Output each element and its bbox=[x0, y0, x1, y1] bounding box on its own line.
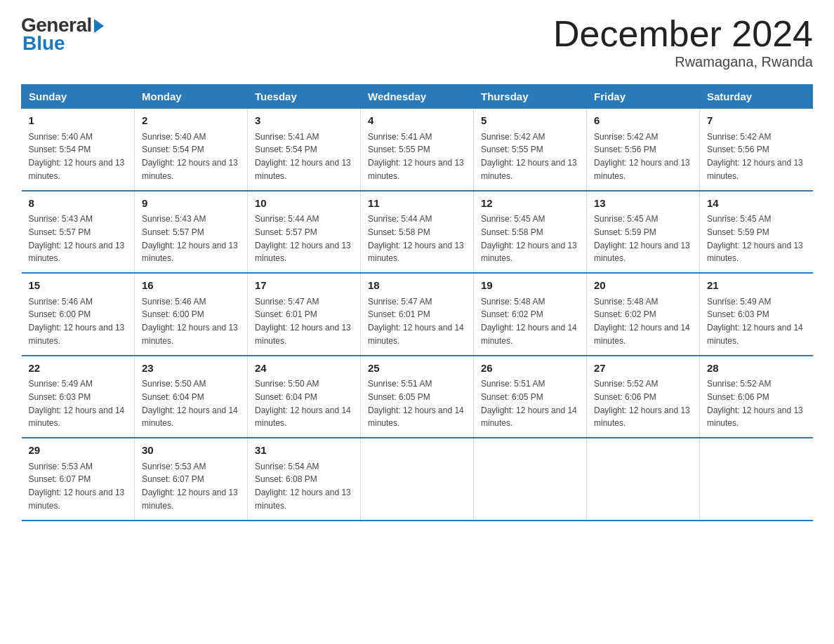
day-number: 8 bbox=[29, 196, 128, 212]
day-number: 6 bbox=[594, 113, 692, 129]
table-row: 12Sunrise: 5:45 AMSunset: 5:58 PMDayligh… bbox=[474, 191, 587, 274]
table-row: 23Sunrise: 5:50 AMSunset: 6:04 PMDayligh… bbox=[135, 356, 248, 438]
table-row: 4Sunrise: 5:41 AMSunset: 5:55 PMDaylight… bbox=[361, 109, 474, 191]
table-row: 16Sunrise: 5:46 AMSunset: 6:00 PMDayligh… bbox=[135, 273, 248, 356]
day-number: 16 bbox=[142, 278, 240, 294]
table-row: 30Sunrise: 5:53 AMSunset: 6:07 PMDayligh… bbox=[135, 438, 248, 521]
table-row: 29Sunrise: 5:53 AMSunset: 6:07 PMDayligh… bbox=[22, 438, 135, 521]
day-info: Sunrise: 5:45 AMSunset: 5:59 PMDaylight:… bbox=[707, 214, 803, 263]
day-info: Sunrise: 5:44 AMSunset: 5:58 PMDaylight:… bbox=[368, 214, 464, 263]
col-sunday: Sunday bbox=[22, 85, 135, 109]
page-header: General Blue December 2024 Rwamagana, Rw… bbox=[21, 14, 813, 70]
col-saturday: Saturday bbox=[700, 85, 813, 109]
day-number: 5 bbox=[481, 113, 579, 129]
day-info: Sunrise: 5:54 AMSunset: 6:08 PMDaylight:… bbox=[255, 462, 351, 511]
day-info: Sunrise: 5:40 AMSunset: 5:54 PMDaylight:… bbox=[142, 132, 238, 181]
table-row: 15Sunrise: 5:46 AMSunset: 6:00 PMDayligh… bbox=[22, 273, 135, 356]
day-number: 27 bbox=[594, 361, 692, 377]
day-info: Sunrise: 5:51 AMSunset: 6:05 PMDaylight:… bbox=[368, 379, 464, 428]
table-row: 1Sunrise: 5:40 AMSunset: 5:54 PMDaylight… bbox=[22, 109, 135, 191]
month-title: December 2024 bbox=[553, 14, 813, 54]
table-row bbox=[474, 438, 587, 521]
col-monday: Monday bbox=[135, 85, 248, 109]
day-number: 28 bbox=[707, 361, 806, 377]
day-number: 25 bbox=[368, 361, 466, 377]
col-wednesday: Wednesday bbox=[361, 85, 474, 109]
table-row bbox=[361, 438, 474, 521]
table-row: 21Sunrise: 5:49 AMSunset: 6:03 PMDayligh… bbox=[700, 273, 813, 356]
table-row: 14Sunrise: 5:45 AMSunset: 5:59 PMDayligh… bbox=[700, 191, 813, 274]
day-number: 11 bbox=[368, 196, 466, 212]
table-row: 20Sunrise: 5:48 AMSunset: 6:02 PMDayligh… bbox=[587, 273, 700, 356]
table-row: 13Sunrise: 5:45 AMSunset: 5:59 PMDayligh… bbox=[587, 191, 700, 274]
table-row: 19Sunrise: 5:48 AMSunset: 6:02 PMDayligh… bbox=[474, 273, 587, 356]
day-number: 22 bbox=[29, 361, 128, 377]
day-number: 2 bbox=[142, 113, 240, 129]
day-number: 3 bbox=[255, 113, 353, 129]
day-number: 9 bbox=[142, 196, 240, 212]
day-number: 31 bbox=[255, 443, 353, 459]
table-row bbox=[700, 438, 813, 521]
table-row: 28Sunrise: 5:52 AMSunset: 6:06 PMDayligh… bbox=[700, 356, 813, 438]
day-number: 4 bbox=[368, 113, 466, 129]
day-number: 12 bbox=[481, 196, 579, 212]
col-friday: Friday bbox=[587, 85, 700, 109]
day-info: Sunrise: 5:47 AMSunset: 6:01 PMDaylight:… bbox=[368, 297, 464, 346]
table-row: 8Sunrise: 5:43 AMSunset: 5:57 PMDaylight… bbox=[22, 191, 135, 274]
day-info: Sunrise: 5:45 AMSunset: 5:59 PMDaylight:… bbox=[594, 214, 690, 263]
table-row: 24Sunrise: 5:50 AMSunset: 6:04 PMDayligh… bbox=[248, 356, 361, 438]
table-row: 10Sunrise: 5:44 AMSunset: 5:57 PMDayligh… bbox=[248, 191, 361, 274]
table-row: 5Sunrise: 5:42 AMSunset: 5:55 PMDaylight… bbox=[474, 109, 587, 191]
day-number: 23 bbox=[142, 361, 240, 377]
day-info: Sunrise: 5:41 AMSunset: 5:54 PMDaylight:… bbox=[255, 132, 351, 181]
day-number: 17 bbox=[255, 278, 353, 294]
day-info: Sunrise: 5:52 AMSunset: 6:06 PMDaylight:… bbox=[594, 379, 690, 428]
day-info: Sunrise: 5:47 AMSunset: 6:01 PMDaylight:… bbox=[255, 297, 351, 346]
calendar-week-row: 8Sunrise: 5:43 AMSunset: 5:57 PMDaylight… bbox=[22, 191, 813, 274]
day-info: Sunrise: 5:53 AMSunset: 6:07 PMDaylight:… bbox=[29, 462, 125, 511]
day-number: 10 bbox=[255, 196, 353, 212]
day-info: Sunrise: 5:46 AMSunset: 6:00 PMDaylight:… bbox=[142, 297, 238, 346]
table-row: 17Sunrise: 5:47 AMSunset: 6:01 PMDayligh… bbox=[248, 273, 361, 356]
day-info: Sunrise: 5:42 AMSunset: 5:56 PMDaylight:… bbox=[707, 132, 803, 181]
location-subtitle: Rwamagana, Rwanda bbox=[553, 54, 813, 70]
logo: General Blue bbox=[21, 14, 104, 55]
day-info: Sunrise: 5:40 AMSunset: 5:54 PMDaylight:… bbox=[29, 132, 125, 181]
day-number: 29 bbox=[29, 443, 128, 459]
day-info: Sunrise: 5:45 AMSunset: 5:58 PMDaylight:… bbox=[481, 214, 577, 263]
day-info: Sunrise: 5:51 AMSunset: 6:05 PMDaylight:… bbox=[481, 379, 577, 428]
table-row: 18Sunrise: 5:47 AMSunset: 6:01 PMDayligh… bbox=[361, 273, 474, 356]
day-number: 20 bbox=[594, 278, 692, 294]
table-row: 22Sunrise: 5:49 AMSunset: 6:03 PMDayligh… bbox=[22, 356, 135, 438]
logo-blue-text: Blue bbox=[22, 32, 65, 55]
table-row: 7Sunrise: 5:42 AMSunset: 5:56 PMDaylight… bbox=[700, 109, 813, 191]
table-row: 31Sunrise: 5:54 AMSunset: 6:08 PMDayligh… bbox=[248, 438, 361, 521]
day-info: Sunrise: 5:50 AMSunset: 6:04 PMDaylight:… bbox=[255, 379, 351, 428]
day-info: Sunrise: 5:48 AMSunset: 6:02 PMDaylight:… bbox=[594, 297, 690, 346]
day-info: Sunrise: 5:43 AMSunset: 5:57 PMDaylight:… bbox=[142, 214, 238, 263]
calendar-week-row: 22Sunrise: 5:49 AMSunset: 6:03 PMDayligh… bbox=[22, 356, 813, 438]
calendar-week-row: 1Sunrise: 5:40 AMSunset: 5:54 PMDaylight… bbox=[22, 109, 813, 191]
day-info: Sunrise: 5:50 AMSunset: 6:04 PMDaylight:… bbox=[142, 379, 238, 428]
day-number: 13 bbox=[594, 196, 692, 212]
logo-arrow-icon bbox=[94, 19, 104, 33]
day-info: Sunrise: 5:49 AMSunset: 6:03 PMDaylight:… bbox=[29, 379, 125, 428]
day-info: Sunrise: 5:46 AMSunset: 6:00 PMDaylight:… bbox=[29, 297, 125, 346]
title-block: December 2024 Rwamagana, Rwanda bbox=[553, 14, 813, 70]
day-number: 1 bbox=[29, 113, 128, 129]
day-info: Sunrise: 5:41 AMSunset: 5:55 PMDaylight:… bbox=[368, 132, 464, 181]
day-info: Sunrise: 5:53 AMSunset: 6:07 PMDaylight:… bbox=[142, 462, 238, 511]
table-row bbox=[587, 438, 700, 521]
day-info: Sunrise: 5:48 AMSunset: 6:02 PMDaylight:… bbox=[481, 297, 577, 346]
calendar-week-row: 15Sunrise: 5:46 AMSunset: 6:00 PMDayligh… bbox=[22, 273, 813, 356]
table-row: 9Sunrise: 5:43 AMSunset: 5:57 PMDaylight… bbox=[135, 191, 248, 274]
day-number: 19 bbox=[481, 278, 579, 294]
table-row: 2Sunrise: 5:40 AMSunset: 5:54 PMDaylight… bbox=[135, 109, 248, 191]
day-info: Sunrise: 5:42 AMSunset: 5:56 PMDaylight:… bbox=[594, 132, 690, 181]
table-row: 3Sunrise: 5:41 AMSunset: 5:54 PMDaylight… bbox=[248, 109, 361, 191]
table-row: 26Sunrise: 5:51 AMSunset: 6:05 PMDayligh… bbox=[474, 356, 587, 438]
day-info: Sunrise: 5:52 AMSunset: 6:06 PMDaylight:… bbox=[707, 379, 803, 428]
day-number: 21 bbox=[707, 278, 806, 294]
col-tuesday: Tuesday bbox=[248, 85, 361, 109]
col-thursday: Thursday bbox=[474, 85, 587, 109]
